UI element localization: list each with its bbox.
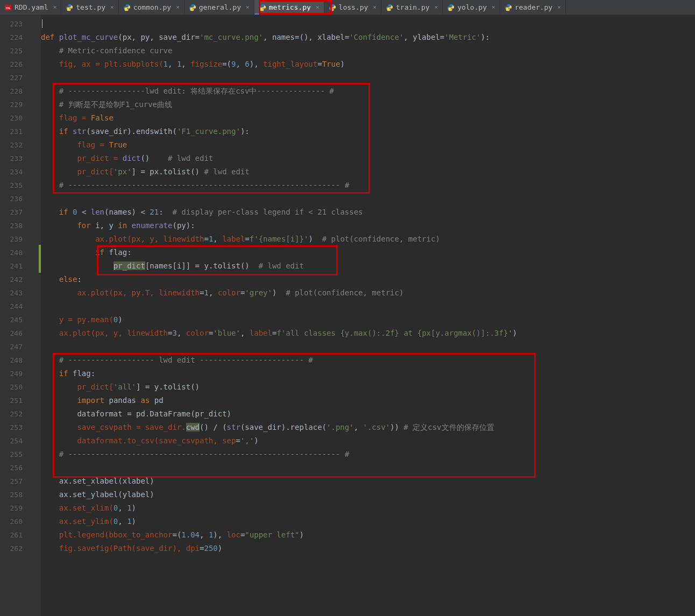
- line-number: 239: [0, 232, 28, 246]
- line-number: 247: [0, 340, 28, 353]
- close-icon[interactable]: ×: [176, 4, 180, 11]
- close-icon[interactable]: ×: [435, 4, 438, 11]
- line-number: 245: [0, 313, 28, 327]
- line-number: 228: [0, 84, 28, 98]
- code-line-244[interactable]: [41, 300, 695, 313]
- close-icon[interactable]: ×: [557, 4, 561, 11]
- line-number: 249: [0, 367, 28, 380]
- line-number: 243: [0, 286, 28, 300]
- line-number: 240: [0, 246, 28, 259]
- close-icon[interactable]: ×: [492, 4, 495, 11]
- line-number: 250: [0, 380, 28, 394]
- code-line-233[interactable]: pr_dict = dict() # lwd edit: [41, 152, 695, 165]
- code-line-256[interactable]: [41, 461, 695, 475]
- line-number: 255: [0, 448, 28, 461]
- code-line-238[interactable]: for i, y in enumerate(py):: [41, 219, 695, 232]
- line-number: 252: [0, 407, 28, 421]
- code-line-235[interactable]: # --------------------------------------…: [41, 179, 695, 192]
- line-number: 231: [0, 125, 28, 138]
- tab-yolo-py[interactable]: yolo.py×: [443, 0, 500, 15]
- code-line-247[interactable]: [41, 340, 695, 353]
- code-line-230[interactable]: flag = False: [41, 111, 695, 125]
- line-number: 262: [0, 542, 28, 555]
- code-line-224[interactable]: def plot_mc_curve(px, py, save_dir='mc_c…: [41, 31, 695, 44]
- tab-loss-py[interactable]: loss.py×: [324, 0, 381, 15]
- code-line-226[interactable]: fig, ax = plt.subplots(1, 1, figsize=(9,…: [41, 58, 695, 71]
- line-number: 237: [0, 206, 28, 219]
- line-number: 242: [0, 273, 28, 286]
- tab-label: test.py: [76, 3, 105, 11]
- tab-label: reader.py: [515, 3, 552, 11]
- close-icon[interactable]: ×: [316, 4, 320, 11]
- close-icon[interactable]: ×: [246, 4, 250, 11]
- code-line-228[interactable]: # -----------------lwd edit: 将结果保存在csv中-…: [41, 84, 695, 98]
- close-icon[interactable]: ×: [373, 4, 377, 11]
- close-icon[interactable]: ×: [53, 4, 57, 11]
- code-line-245[interactable]: y = py.mean(0): [41, 313, 695, 327]
- tab-general-py[interactable]: general.py×: [185, 0, 254, 15]
- line-number: 234: [0, 165, 28, 179]
- code-line-243[interactable]: ax.plot(px, py.T, linewidth=1, color='gr…: [41, 286, 695, 300]
- code-line-239[interactable]: ax.plot(px, y, linewidth=1, label=f'{nam…: [41, 232, 695, 246]
- code-line-255[interactable]: # --------------------------------------…: [41, 448, 695, 461]
- code-line-236[interactable]: [41, 192, 695, 206]
- python-file-icon: [66, 4, 73, 11]
- line-number: 225: [0, 44, 28, 58]
- code-line-253[interactable]: save_csvpath = save_dir.cwd() / (str(sav…: [41, 421, 695, 434]
- python-file-icon: [259, 4, 266, 11]
- vcs-change-marker: [39, 245, 41, 273]
- line-number: 238: [0, 219, 28, 232]
- code-line-232[interactable]: flag = True: [41, 138, 695, 152]
- tab-RDD-yaml[interactable]: YMLRDD.yaml×: [0, 0, 61, 15]
- code-line-249[interactable]: if flag:: [41, 367, 695, 380]
- line-number: 261: [0, 528, 28, 542]
- code-line-241[interactable]: pr_dict[names[i]] = y.tolist() # lwd edi…: [41, 259, 695, 273]
- code-line-227[interactable]: [41, 71, 695, 84]
- python-file-icon: [123, 4, 131, 11]
- line-number: 256: [0, 461, 28, 475]
- code-line-237[interactable]: if 0 < len(names) < 21: # display per-cl…: [41, 206, 695, 219]
- code-line-251[interactable]: import pandas as pd: [41, 394, 695, 407]
- code-line-260[interactable]: ax.set_ylim(0, 1): [41, 515, 695, 528]
- line-number: 259: [0, 501, 28, 515]
- line-number-gutter: 2232242252262272282292302312322332342352…: [0, 15, 28, 616]
- tab-metrics-py[interactable]: metrics.py×: [254, 0, 324, 15]
- code-line-261[interactable]: plt.legend(bbox_to_anchor=(1.04, 1), loc…: [41, 528, 695, 542]
- close-icon[interactable]: ×: [110, 4, 114, 11]
- line-number: 257: [0, 475, 28, 488]
- line-number: 251: [0, 394, 28, 407]
- code-line-259[interactable]: ax.set_xlim(0, 1): [41, 501, 695, 515]
- code-line-262[interactable]: fig.savefig(Path(save_dir), dpi=250): [41, 542, 695, 555]
- python-file-icon: [329, 4, 336, 11]
- code-line-250[interactable]: pr_dict['all'] = y.tolist(): [41, 380, 695, 394]
- code-area[interactable]: def plot_mc_curve(px, py, save_dir='mc_c…: [41, 15, 695, 616]
- code-line-242[interactable]: else:: [41, 273, 695, 286]
- code-line-231[interactable]: if str(save_dir).endswith('F1_curve.png'…: [41, 125, 695, 138]
- code-line-254[interactable]: dataformat.to_csv(save_csvpath, sep=','): [41, 434, 695, 448]
- code-line-234[interactable]: pr_dict['px'] = px.tolist() # lwd edit: [41, 165, 695, 179]
- line-number: 241: [0, 259, 28, 273]
- tab-common-py[interactable]: common.py×: [119, 0, 185, 15]
- code-editor: 2232242252262272282292302312322332342352…: [0, 15, 695, 616]
- code-line-229[interactable]: # 判断是不是绘制F1_curve曲线: [41, 98, 695, 111]
- code-line-257[interactable]: ax.set_xlabel(xlabel): [41, 475, 695, 488]
- line-number: 248: [0, 353, 28, 367]
- python-file-icon: [386, 4, 393, 11]
- code-line-225[interactable]: # Metric-confidence curve: [41, 44, 695, 58]
- line-number: 253: [0, 421, 28, 434]
- code-line-223[interactable]: [41, 17, 695, 31]
- tab-train-py[interactable]: train.py×: [381, 0, 443, 15]
- line-number: 244: [0, 300, 28, 313]
- python-file-icon: [447, 4, 455, 11]
- code-line-246[interactable]: ax.plot(px, y, linewidth=3, color='blue'…: [41, 327, 695, 340]
- tab-test-py[interactable]: test.py×: [61, 0, 118, 15]
- line-number: 233: [0, 152, 28, 165]
- code-line-248[interactable]: # ------------------- lwd edit ---------…: [41, 353, 695, 367]
- code-line-258[interactable]: ax.set_ylabel(ylabel): [41, 488, 695, 501]
- line-number: 236: [0, 192, 28, 206]
- tab-reader-py[interactable]: reader.py×: [500, 0, 566, 15]
- code-line-240[interactable]: if flag:: [41, 246, 695, 259]
- code-line-252[interactable]: dataformat = pd.DataFrame(pr_dict): [41, 407, 695, 421]
- tab-label: metrics.py: [269, 3, 311, 11]
- tab-label: train.py: [396, 3, 430, 11]
